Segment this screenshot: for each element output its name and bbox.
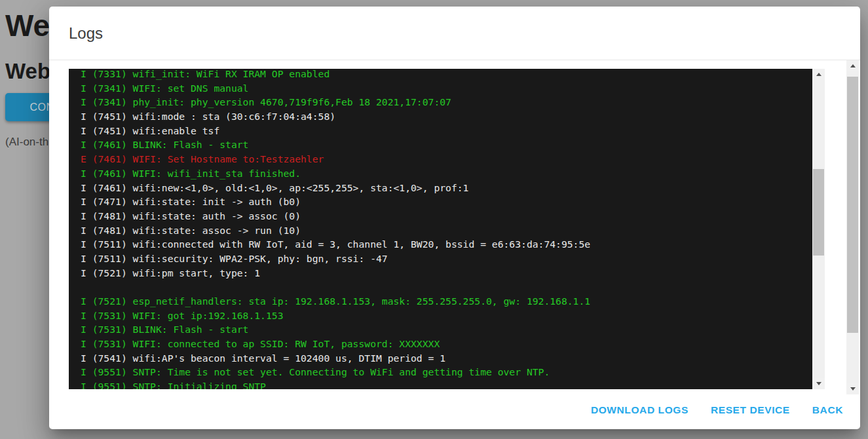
log-line: I (7461) wifi:new:<1,0>, old:<1,0>, ap:<… — [81, 181, 590, 195]
log-line: E (7461) WIFI: Set Hostname to:Testzaehl… — [81, 152, 590, 166]
log-line — [81, 280, 590, 294]
page-note: (AI-on-th — [5, 136, 48, 149]
modal-scrollbar[interactable] — [846, 60, 859, 394]
log-line: I (7531) WIFI: got ip:192.168.1.153 — [81, 309, 590, 323]
log-line: I (7471) wifi:state: init -> auth (b0) — [81, 195, 590, 209]
log-line: I (7541) wifi:AP's beacon interval = 102… — [81, 351, 590, 366]
log-scrollbar[interactable] — [812, 69, 825, 389]
log-line: I (7521) esp_netif_handlers: sta ip: 192… — [81, 294, 590, 309]
scroll-down-icon[interactable] — [812, 378, 825, 389]
back-button[interactable]: BACK — [811, 400, 844, 420]
log-line: I (7461) BLINK: Flash - start — [81, 138, 590, 152]
log-line: I (7451) wifi:enable tsf — [81, 124, 590, 138]
header-divider — [49, 60, 860, 60]
log-line: I (9551) SNTP: Time is not set yet. Conn… — [81, 365, 590, 379]
log-line: I (7521) wifi:pm start, type: 1 — [81, 266, 590, 280]
log-output-text: I (7331) wifi_init: WiFi RX IRAM OP enab… — [69, 69, 590, 389]
log-line: I (7531) BLINK: Flash - start — [81, 322, 590, 337]
scroll-up-icon[interactable] — [812, 69, 825, 80]
log-line: I (7341) WIFI: set DNS manual — [81, 81, 590, 96]
scroll-up-icon[interactable] — [846, 60, 859, 71]
log-line: I (7451) wifi:mode : sta (30:c6:f7:04:a4… — [81, 109, 590, 124]
log-line: I (7331) wifi_init: WiFi RX IRAM OP enab… — [81, 69, 590, 81]
log-scrollbar-thumb[interactable] — [813, 169, 824, 256]
modal-title: Logs — [69, 24, 103, 43]
reset-device-button[interactable]: RESET DEVICE — [709, 400, 791, 420]
log-output[interactable]: I (7331) wifi_init: WiFi RX IRAM OP enab… — [69, 69, 825, 389]
log-line: I (9551) SNTP: Initializing SNTP — [81, 379, 590, 389]
page-subtitle: Web — [5, 59, 50, 84]
download-logs-button[interactable]: DOWNLOAD LOGS — [590, 400, 690, 420]
log-line: I (7341) phy_init: phy_version 4670,719f… — [81, 95, 590, 109]
logs-modal: Logs I (7331) wifi_init: WiFi RX IRAM OP… — [49, 7, 860, 429]
modal-footer: DOWNLOAD LOGS RESET DEVICE BACK — [49, 391, 860, 429]
log-line: I (7511) wifi:security: WPA2-PSK, phy: b… — [81, 252, 590, 266]
modal-scrollbar-thumb[interactable] — [847, 77, 858, 333]
log-line: I (7481) wifi:state: assoc -> run (10) — [81, 223, 590, 238]
screen: Web Web CON (AI-on-th Logs I (7331) wifi… — [0, 0, 868, 439]
log-line: I (7481) wifi:state: auth -> assoc (0) — [81, 209, 590, 223]
log-line: I (7531) WIFI: connected to ap SSID: RW … — [81, 337, 590, 351]
log-line: I (7461) WIFI: wifi_init_sta finished. — [81, 166, 590, 181]
log-line: I (7511) wifi:connected with RW IoT, aid… — [81, 237, 590, 252]
